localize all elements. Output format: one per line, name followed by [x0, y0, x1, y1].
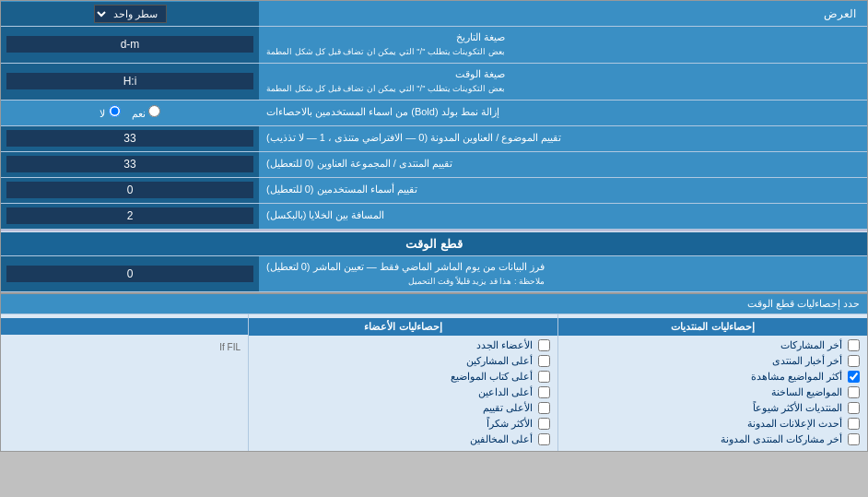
list-item: الأكثر شكراً — [249, 416, 557, 432]
display-mode-input-cell: سطر واحد سطرين مضغوط — [1, 2, 259, 26]
display-mode-select[interactable]: سطر واحد سطرين مضغوط — [94, 5, 167, 23]
list-item: أعلى كتاب المواضيع — [249, 369, 557, 385]
date-format-label: صيغة التاريخبعض التكوينات يتطلب "/" التي… — [259, 27, 867, 63]
bold-yes-label[interactable]: نعم — [132, 105, 160, 120]
checkbox-last-forum-posts[interactable] — [848, 433, 860, 445]
bold-yes-radio[interactable] — [148, 105, 160, 117]
list-item: أخر مشاركات المنتدى المدونة — [558, 432, 867, 447]
checkbox-popular-forums[interactable] — [848, 402, 860, 414]
sort-users-label: تقييم أسماء المستخدمين (0 للتعطيل) — [259, 178, 867, 203]
time-format-row: صيغة الوقتبعض التكوينات يتطلب "/" التي ي… — [1, 64, 867, 101]
empty-col-header — [1, 318, 248, 335]
time-format-label: صيغة الوقتبعض التكوينات يتطلب "/" التي ي… — [259, 64, 867, 100]
sort-topics-label: تقييم الموضوع / العناوين المدونة (0 — ال… — [259, 126, 867, 151]
time-format-input[interactable]: H:i — [6, 73, 253, 89]
checkbox-latest-announcements[interactable] — [848, 418, 860, 430]
display-mode-row: العرض سطر واحد سطرين مضغوط — [1, 1, 867, 27]
date-format-input[interactable]: d-m — [6, 36, 253, 53]
list-item: الأعضاء الجدد — [249, 337, 557, 353]
time-cut-header: قطع الوقت — [1, 232, 867, 256]
sort-users-row: تقييم أسماء المستخدمين (0 للتعطيل) 0 — [1, 178, 867, 204]
sort-topics-input[interactable]: 33 — [6, 130, 253, 147]
members-col-header: إحصاءليات الأعضاء — [249, 318, 557, 336]
stats-col-members: إحصاءليات الأعضاء الأعضاء الجدد أعلى الم… — [248, 314, 557, 451]
time-cut-input-cell: 0 — [1, 256, 259, 292]
bold-label: إزالة نمط بولد (Bold) من اسماء المستخدمي… — [259, 101, 867, 125]
checkbox-top-rated[interactable] — [538, 402, 550, 414]
bold-no-label[interactable]: لا — [100, 105, 120, 120]
stats-section: حدد إحصاءليات قطع الوقت إحصاءليات المنتد… — [1, 292, 867, 451]
stats-header: حدد إحصاءليات قطع الوقت — [1, 294, 867, 314]
gap-input[interactable]: 2 — [6, 207, 253, 224]
date-format-input-cell: d-m — [1, 27, 259, 63]
checkbox-top-posters[interactable] — [538, 355, 550, 367]
list-item: أكثر المواضيع مشاهدة — [558, 369, 867, 385]
posts-col-header: إحصاءليات المنتديات — [558, 318, 867, 336]
checkbox-last-posts[interactable] — [848, 339, 860, 351]
stats-col-posts: إحصاءليات المنتديات أخر المشاركات أخر أخ… — [557, 314, 867, 451]
list-item: أعلى الداعين — [249, 385, 557, 400]
time-cut-input[interactable]: 0 — [6, 266, 253, 282]
list-item: أخر المشاركات — [558, 337, 867, 353]
sort-users-input-cell: 0 — [1, 178, 259, 203]
gap-row: المسافة بين الخلايا (بالبكسل) 2 — [1, 204, 867, 230]
stats-columns: إحصاءليات المنتديات أخر المشاركات أخر أخ… — [1, 314, 867, 451]
bold-no-radio[interactable] — [109, 105, 121, 117]
checkbox-new-members[interactable] — [538, 339, 550, 351]
sort-users-input[interactable]: 0 — [6, 182, 253, 198]
sort-forums-input-cell: 33 — [1, 152, 259, 177]
bold-radio-cell: نعم لا — [1, 101, 259, 125]
list-item: المنتديات الأكثر شيوعاً — [558, 400, 867, 416]
checkbox-most-thanked[interactable] — [538, 418, 550, 430]
checkbox-last-news[interactable] — [848, 355, 860, 367]
sort-forums-label: تقييم المنتدى / المجموعة العناوين (0 للت… — [259, 152, 867, 177]
sort-forums-input[interactable]: 33 — [6, 156, 253, 172]
main-container: العرض سطر واحد سطرين مضغوط صيغة التاريخب… — [0, 0, 868, 452]
sort-topics-row: تقييم الموضوع / العناوين المدونة (0 — ال… — [1, 126, 867, 152]
gap-input-cell: 2 — [1, 204, 259, 229]
list-item: أخر أخبار المنتدى — [558, 353, 867, 369]
sort-forums-row: تقييم المنتدى / المجموعة العناوين (0 للت… — [1, 152, 867, 178]
list-item: أعلى المشاركين — [249, 353, 557, 369]
checkbox-top-violators[interactable] — [538, 433, 550, 445]
list-item: الأعلى تقييم — [249, 400, 557, 416]
time-format-input-cell: H:i — [1, 64, 259, 100]
list-item: أحدث الإعلانات المدونة — [558, 416, 867, 432]
checkbox-most-viewed[interactable] — [848, 371, 860, 383]
stats-col-empty: If FIL — [1, 314, 248, 451]
checkbox-hot-topics[interactable] — [848, 386, 860, 398]
time-cut-label: فرز البيانات من يوم الماشر الماضي فقط — … — [259, 256, 867, 292]
date-format-row: صيغة التاريخبعض التكوينات يتطلب "/" التي… — [1, 27, 867, 64]
time-cut-row: فرز البيانات من يوم الماشر الماضي فقط — … — [1, 256, 867, 293]
sort-topics-input-cell: 33 — [1, 126, 259, 151]
list-item: المواضيع الساخنة — [558, 385, 867, 400]
bold-row: إزالة نمط بولد (Bold) من اسماء المستخدمي… — [1, 101, 867, 126]
display-mode-label: العرض — [259, 4, 867, 24]
bottom-text-note: If FIL — [1, 337, 248, 358]
checkbox-top-topic-writers[interactable] — [538, 371, 550, 383]
checkbox-top-inviters[interactable] — [538, 386, 550, 398]
gap-label: المسافة بين الخلايا (بالبكسل) — [259, 204, 867, 229]
list-item: أعلى المخالفين — [249, 432, 557, 447]
